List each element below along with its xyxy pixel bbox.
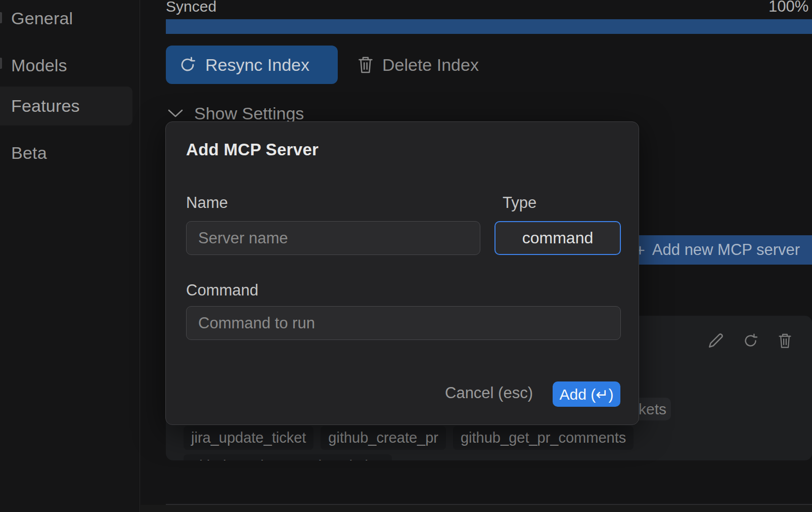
sidebar-item-models[interactable]: Models bbox=[0, 51, 132, 79]
edit-server-button[interactable] bbox=[707, 331, 725, 350]
trash-icon bbox=[778, 332, 792, 349]
index-progress-bar bbox=[166, 19, 812, 34]
index-progress-percent: 100% bbox=[769, 0, 812, 16]
server-name-input[interactable] bbox=[186, 221, 480, 255]
delete-index-label: Delete Index bbox=[382, 55, 479, 75]
tool-tag: jira_update_ticket bbox=[184, 426, 313, 450]
sidebar-item-label: Features bbox=[11, 96, 80, 116]
add-mcp-server-modal: Add MCP Server Name Type command Command… bbox=[165, 121, 639, 425]
sidebar-item-label: General bbox=[11, 9, 73, 28]
delete-server-button[interactable] bbox=[776, 331, 794, 350]
delete-index-button[interactable]: Delete Index bbox=[358, 52, 479, 78]
refresh-icon bbox=[743, 333, 758, 349]
settings-sidebar: GeneralModelsFeaturesBeta bbox=[0, 0, 140, 512]
tool-tag: github_get_pr_comments bbox=[453, 426, 634, 450]
tool-tag: github_create_pr bbox=[321, 426, 446, 450]
refresh-icon bbox=[179, 56, 196, 73]
chevron-down-icon bbox=[168, 109, 183, 118]
section-divider-strip bbox=[141, 505, 812, 512]
tool-tag-list: jira_update_ticketgithub_create_prgithub… bbox=[184, 426, 644, 460]
resync-index-button[interactable]: Resync Index bbox=[166, 46, 338, 84]
cancel-button[interactable]: Cancel (esc) bbox=[445, 384, 533, 402]
refresh-server-button[interactable] bbox=[741, 331, 759, 350]
command-field-label: Command bbox=[186, 281, 258, 300]
show-settings-label: Show Settings bbox=[194, 104, 304, 123]
sidebar-item-beta[interactable]: Beta bbox=[0, 139, 132, 167]
type-field-label: Type bbox=[503, 194, 536, 212]
sidebar-item-features[interactable]: Features bbox=[0, 87, 132, 125]
sidebar-item-label: Models bbox=[11, 56, 67, 75]
add-new-mcp-server-label: Add new MCP server bbox=[652, 241, 800, 259]
trash-icon bbox=[358, 55, 373, 74]
tool-tag: github_update_pr_description bbox=[184, 454, 392, 460]
sidebar-item-label: Beta bbox=[11, 143, 47, 163]
section-divider bbox=[166, 504, 812, 505]
add-button[interactable]: Add (↵) bbox=[553, 381, 620, 407]
name-field-label: Name bbox=[186, 194, 228, 212]
command-input[interactable] bbox=[186, 306, 621, 340]
add-new-mcp-server-button[interactable]: + Add new MCP server bbox=[627, 235, 812, 265]
sidebar-item-general[interactable]: General bbox=[0, 4, 132, 32]
modal-title: Add MCP Server bbox=[186, 140, 319, 159]
type-select[interactable]: command bbox=[494, 221, 621, 255]
progress-bar-fill bbox=[166, 19, 812, 34]
index-status-label: Synced bbox=[166, 0, 216, 15]
resync-index-label: Resync Index bbox=[205, 55, 309, 75]
pencil-icon bbox=[707, 332, 725, 349]
